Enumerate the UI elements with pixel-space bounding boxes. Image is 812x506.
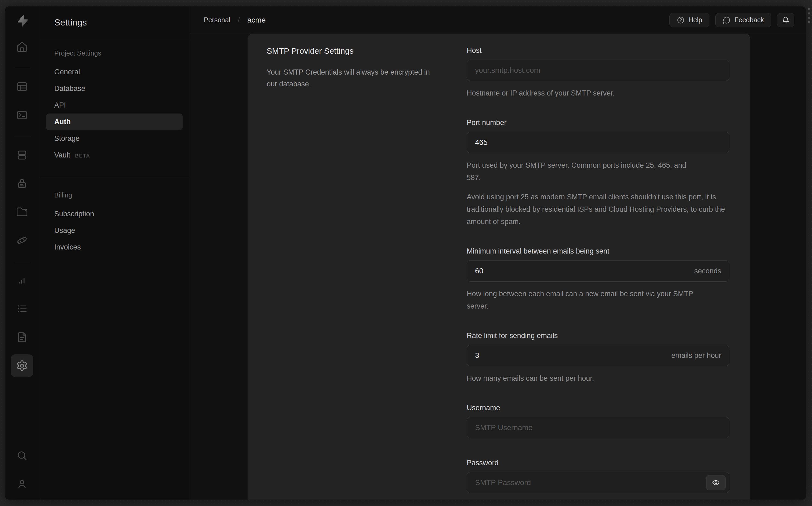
rail-reports-button[interactable] <box>11 269 33 291</box>
page-title: Settings <box>54 17 87 28</box>
rate-limit-helper: How many emails can be sent per hour. <box>467 372 729 385</box>
table-icon <box>16 81 28 93</box>
rate-limit-label: Rate limit for sending emails <box>467 332 729 340</box>
topbar: Personal / acme Help <box>190 6 806 34</box>
sidebar-item-vault[interactable]: VaultBETA <box>39 147 190 163</box>
panel-intro: SMTP Provider Settings Your SMTP Credent… <box>267 47 467 500</box>
database-icon <box>16 149 28 161</box>
interval-field-group: Minimum interval between emails being se… <box>467 247 729 312</box>
terminal-icon <box>16 109 28 121</box>
port-helper: Port used by your SMTP server. Common po… <box>467 159 697 184</box>
port-input[interactable] <box>467 132 729 153</box>
rail-table-editor-button[interactable] <box>11 75 33 98</box>
rail-account-button[interactable] <box>11 473 33 495</box>
sidebar-item-storage[interactable]: Storage <box>39 130 190 147</box>
sidebar-list: Subscription Usage Invoices <box>39 205 190 255</box>
username-field-group: Username <box>467 404 729 438</box>
rail-storage-button[interactable] <box>11 201 33 223</box>
supabase-logo-icon <box>16 14 28 27</box>
settings-sidebar: Settings Project Settings General Databa… <box>39 6 190 500</box>
password-field-group: Password <box>467 459 729 493</box>
notifications-button[interactable] <box>777 13 794 27</box>
gear-icon <box>16 360 28 371</box>
rail-sql-editor-button[interactable] <box>11 104 33 126</box>
sidebar-list: General Database API Auth Storage VaultB… <box>39 64 190 163</box>
smtp-form: Host Hostname or IP address of your SMTP… <box>467 47 729 500</box>
rail-logs-button[interactable] <box>11 298 33 320</box>
host-input[interactable] <box>467 60 729 81</box>
host-field-group: Host Hostname or IP address of your SMTP… <box>467 47 729 99</box>
sidebar-item-general[interactable]: General <box>39 64 190 80</box>
beta-badge: BETA <box>75 153 90 159</box>
lock-icon <box>16 178 28 189</box>
speech-bubble-icon <box>723 16 731 24</box>
breadcrumb-separator: / <box>238 16 240 24</box>
sidebar-item-api[interactable]: API <box>39 97 190 113</box>
topbar-actions: Help Feedback <box>669 13 794 27</box>
sidebar-item-subscription[interactable]: Subscription <box>39 205 190 222</box>
eye-icon <box>712 479 720 487</box>
username-label: Username <box>467 404 729 412</box>
sidebar-item-auth[interactable]: Auth <box>46 113 182 130</box>
orbit-icon <box>16 235 28 246</box>
host-helper: Hostname or IP address of your SMTP serv… <box>467 87 729 99</box>
sidebar-section-billing: Billing <box>39 191 190 199</box>
page-scrollbar[interactable] <box>808 8 810 23</box>
divider <box>13 262 30 262</box>
app-window: Settings Project Settings General Databa… <box>5 6 806 500</box>
port-note: Avoid using port 25 as modern SMTP email… <box>467 191 729 228</box>
folder-icon <box>16 206 28 218</box>
password-label: Password <box>467 459 729 467</box>
nav-rail <box>5 6 39 500</box>
sidebar-header: Settings <box>39 6 190 39</box>
port-field-group: Port number Port used by your SMTP serve… <box>467 118 729 228</box>
sidebar-nav: Project Settings General Database API Au… <box>39 39 190 255</box>
list-icon <box>16 303 28 315</box>
screen: Settings Project Settings General Databa… <box>0 0 812 506</box>
rail-search-button[interactable] <box>11 444 33 467</box>
file-text-icon <box>16 331 28 343</box>
panel-description: Your SMTP Credentials will always be enc… <box>267 66 439 90</box>
bar-chart-icon <box>16 274 28 286</box>
sidebar-item-usage[interactable]: Usage <box>39 222 190 239</box>
interval-helper: How long between each email can a new em… <box>467 287 708 312</box>
interval-input[interactable] <box>467 260 729 282</box>
bell-icon <box>782 16 790 24</box>
user-icon <box>16 478 28 490</box>
sidebar-item-invoices[interactable]: Invoices <box>39 239 190 255</box>
rail-project-settings-button[interactable] <box>11 354 33 377</box>
search-icon <box>16 450 28 461</box>
sidebar-section-project-settings: Project Settings <box>39 49 190 57</box>
sidebar-item-database[interactable]: Database <box>39 80 190 97</box>
rail-home-button[interactable] <box>11 35 33 58</box>
panel-title: SMTP Provider Settings <box>267 47 453 56</box>
feedback-button[interactable]: Feedback <box>715 13 771 27</box>
divider <box>13 137 30 137</box>
rate-limit-field-group: Rate limit for sending emails emails per… <box>467 332 729 385</box>
help-button[interactable]: Help <box>669 13 710 27</box>
rail-database-button[interactable] <box>11 144 33 166</box>
content-area: SMTP Provider Settings Your SMTP Credent… <box>190 34 806 500</box>
help-circle-icon <box>677 16 685 24</box>
home-icon <box>16 41 28 53</box>
rail-docs-button[interactable] <box>11 326 33 348</box>
rate-limit-input[interactable] <box>467 345 729 366</box>
reveal-password-button[interactable] <box>706 475 726 490</box>
interval-label: Minimum interval between emails being se… <box>467 247 729 255</box>
host-label: Host <box>467 47 729 55</box>
breadcrumb-org[interactable]: Personal <box>204 16 230 24</box>
main-area: Personal / acme Help <box>190 6 806 500</box>
password-input[interactable] <box>467 472 729 493</box>
smtp-settings-panel: SMTP Provider Settings Your SMTP Credent… <box>247 34 750 500</box>
port-label: Port number <box>467 118 729 127</box>
username-input[interactable] <box>467 417 729 438</box>
divider <box>39 177 190 177</box>
rail-edge-functions-button[interactable] <box>11 229 33 252</box>
supabase-logo-button[interactable] <box>11 10 33 32</box>
breadcrumb-project[interactable]: acme <box>247 16 266 24</box>
rail-auth-button[interactable] <box>11 172 33 195</box>
